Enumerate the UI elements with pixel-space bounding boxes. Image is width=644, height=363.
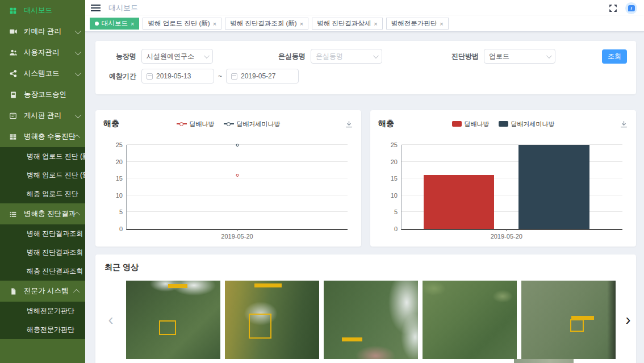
sidebar-item-dashboard[interactable]: 대시보드 [0,0,85,21]
download-icon[interactable] [620,120,628,128]
legend-marker-icon [224,123,234,124]
close-icon[interactable]: × [440,20,443,27]
chart-legend: 담배나방담배거세미나방 [378,120,628,128]
y-axis-tick: 25 [107,141,123,148]
diagnosis-method-select[interactable]: 업로드 [484,49,555,64]
sidebar-submenu-manual-diagnosis: 병해 업로드 진단 (新) 병해 업로드 진단 (舊) 해충 업로드 진단 [0,147,85,203]
image-carousel: ‹ [95,281,636,359]
calendar-icon [147,73,153,80]
crop-photo-4[interactable] [423,281,517,359]
y-axis-tick: 20 [382,158,398,165]
sidebar-submenu-diagnosis-results: 병해 진단결과조회 (新) 병해 진단결과조회 (舊) 해충 진단결과조회 [0,224,85,281]
date-from-input[interactable]: 2019-05-13 [141,69,214,84]
sidebar-item-user-management[interactable]: 사용자관리 [0,42,85,63]
chevron-down-icon [75,111,81,118]
bar-담배나방[interactable] [424,175,494,229]
diagnosis-results-icon [9,210,18,219]
sidebar-subitem-pest-expert[interactable]: 해충전문가판단 [0,320,85,339]
chevron-up-icon [73,289,80,295]
farm-name-select[interactable]: 시설원예연구소 [141,49,213,64]
sidebar-subitem-pest-results[interactable]: 해충 진단결과조회 [0,262,85,281]
legend-item[interactable]: 담배거세미나방 [499,120,555,128]
y-axis-tick: 20 [107,158,123,165]
dashboard-icon [9,6,18,15]
sidebar-subitem-disease-results-old[interactable]: 병해 진단결과조회 (舊) [0,243,85,262]
sidebar-item-expert-system[interactable]: 전문가 시스템 [0,281,85,302]
sidebar-item-label: 전문가 시스템 [24,286,68,296]
content: 농장명 시설원예연구소 온실동명 온실동명 진단방법 업로드 [85,32,644,363]
pest-bar-chart-card: 해충 담배나방담배거세미나방 05101520252019-05-20 [370,110,636,247]
sidebar-item-label: 카메라 관리 [24,27,61,36]
tab-dashboard[interactable]: 대시보드 × [90,18,139,30]
legend-marker-icon [499,121,508,127]
tab-diagnosis-detail[interactable]: 병해 진단결과상세 × [312,18,383,30]
download-icon[interactable] [345,120,353,128]
sidebar-item-label: 병해충 진단결과 [24,209,76,219]
chat-info-icon[interactable]: i [625,2,637,14]
sidebar-item-camera-management[interactable]: 카메라 관리 [0,21,85,42]
y-axis-tick: 0 [107,226,123,232]
data-point-담배거세미나방[interactable] [236,144,239,147]
farm-code-approve-icon [9,90,18,99]
legend-marker-icon [177,123,187,124]
partial-image-strip [514,359,574,363]
scatter-plot-area: 05101520252019-05-20 [126,145,348,230]
sidebar-item-label: 병해충 수동진단 [24,132,76,141]
tab-disease-upload-new[interactable]: 병해 업로드 진단 (新) × [143,18,221,30]
camera-icon [9,27,18,36]
recent-images-panel: 최근 영상 ‹ [95,254,636,363]
board-manage-icon [9,111,18,120]
active-dot-icon [95,22,99,26]
close-icon[interactable]: × [131,20,134,27]
sidebar-subitem-disease-upload-old[interactable]: 병해 업로드 진단 (舊) [0,166,85,185]
bar-담배거세미나방[interactable] [518,145,589,229]
sidebar-subitem-pest-upload[interactable]: 해충 업로드 진단 [0,185,85,203]
data-point-담배나방[interactable] [236,174,239,177]
tab-disease-expert[interactable]: 병해전문가판단 × [386,18,449,30]
search-button[interactable]: 조회 [602,49,627,64]
chevron-down-icon [373,53,379,59]
chart-title: 해충 [378,119,394,129]
close-icon[interactable]: × [374,20,377,27]
close-icon[interactable]: × [213,20,216,27]
sidebar-subitem-disease-expert[interactable]: 병해전문가판단 [0,302,85,320]
close-icon[interactable]: × [300,20,303,27]
farm-name-label: 농장명 [104,52,136,61]
x-axis-label: 2019-05-20 [491,233,522,240]
prev-arrow-icon[interactable]: ‹ [95,281,126,359]
next-arrow-icon[interactable]: › [616,281,641,359]
sidebar-item-label: 사용자관리 [24,48,60,57]
main-area: 대시보드 i 대시보드 × 병해 업로드 진단 (新) × 병해 진단결과조회 … [85,0,644,363]
x-axis-label: 2019-05-20 [221,233,253,240]
sidebar-item-board-management[interactable]: 게시판 관리 [0,105,85,126]
crop-photo-5[interactable] [521,281,616,359]
chevron-down-icon [75,69,81,76]
app-window: 대시보드 카메라 관리 사용자관리 시스템코드 [0,0,644,363]
legend-item[interactable]: 담배나방 [177,120,215,128]
hamburger-menu-icon[interactable] [91,5,101,11]
fullscreen-icon[interactable] [608,3,618,13]
sidebar-item-system-code[interactable]: 시스템코드 [0,63,85,84]
system-code-icon [9,69,18,78]
sidebar-subitem-disease-upload-new[interactable]: 병해 업로드 진단 (新) [0,147,85,166]
crop-photo-1[interactable] [126,281,220,359]
chevron-down-icon [75,27,81,34]
bar-plot-area: 05101520252019-05-20 [401,145,622,230]
chevron-down-icon [204,53,210,59]
sidebar-subitem-disease-results-new[interactable]: 병해 진단결과조회 (新) [0,224,85,243]
sidebar-submenu-expert-system: 병해전문가판단 해충전문가판단 [0,302,85,339]
sidebar-item-diagnosis-results[interactable]: 병해충 진단결과 [0,203,85,224]
users-icon [9,48,18,57]
legend-item[interactable]: 담배나방 [452,120,490,128]
crop-photo-2[interactable] [225,281,319,359]
sidebar-item-farm-code-approval[interactable]: 농장코드승인 [0,84,85,105]
date-to-input[interactable]: 2019-05-27 [226,69,299,84]
pest-scatter-chart-card: 해충 담배나방담배거세미나방 05101520252019-05-20 [95,110,361,247]
greenhouse-select[interactable]: 온실동명 [311,49,382,64]
sidebar-item-manual-diagnosis[interactable]: 병해충 수동진단 [0,126,85,147]
crop-photo-3[interactable] [324,281,418,359]
tab-disease-results-new[interactable]: 병해 진단결과조회 (新) × [225,18,308,30]
legend-item[interactable]: 담배거세미나방 [224,120,281,128]
tabs-bar: 대시보드 × 병해 업로드 진단 (新) × 병해 진단결과조회 (新) × 병… [85,16,644,32]
manual-diagnosis-icon [9,132,18,141]
